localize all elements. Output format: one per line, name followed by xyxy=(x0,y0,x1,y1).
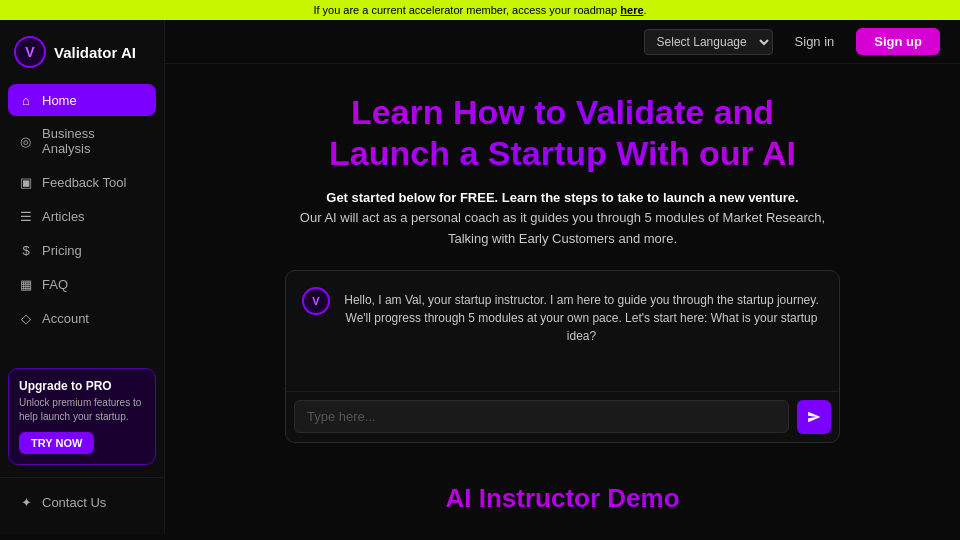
bot-avatar: V xyxy=(302,287,330,315)
upgrade-description: Unlock premium features to help launch y… xyxy=(19,396,145,424)
hero-sub-line2: Our AI will act as a personal coach as i… xyxy=(300,210,825,246)
sidebar-item-faq[interactable]: ▦ FAQ xyxy=(8,268,156,300)
hero-section: Learn How to Validate andLaunch a Startu… xyxy=(165,64,960,463)
footer-teaser: AI Instructor Demo xyxy=(165,463,960,524)
sidebar-item-business-analysis[interactable]: ◎ Business Analysis xyxy=(8,118,156,164)
sidebar-item-articles[interactable]: ☰ Articles xyxy=(8,200,156,232)
upgrade-box: Upgrade to PRO Unlock premium features t… xyxy=(8,368,156,465)
sidebar-item-label: Feedback Tool xyxy=(42,175,126,190)
bot-message: Hello, I am Val, your startup instructor… xyxy=(340,287,823,345)
sidebar-item-label: FAQ xyxy=(42,277,68,292)
analysis-icon: ◎ xyxy=(18,133,34,149)
account-icon: ◇ xyxy=(18,310,34,326)
hero-subtext: Get started below for FREE. Learn the st… xyxy=(283,188,843,250)
sidebar-item-home[interactable]: ⌂ Home xyxy=(8,84,156,116)
chat-input-row xyxy=(286,391,839,442)
banner-text: If you are a current accelerator member,… xyxy=(313,4,620,16)
sidebar-item-label: Pricing xyxy=(42,243,82,258)
sidebar-item-pricing[interactable]: $ Pricing xyxy=(8,234,156,266)
signin-button[interactable]: Sign in xyxy=(783,29,847,54)
chat-message: V Hello, I am Val, your startup instruct… xyxy=(302,287,823,345)
try-now-button[interactable]: TRY NOW xyxy=(19,432,94,454)
feedback-icon: ▣ xyxy=(18,174,34,190)
main-content: Select Language English Spanish French G… xyxy=(165,20,960,534)
header: Select Language English Spanish French G… xyxy=(165,20,960,64)
chat-messages: V Hello, I am Val, your startup instruct… xyxy=(286,271,839,391)
faq-icon: ▦ xyxy=(18,276,34,292)
home-icon: ⌂ xyxy=(18,92,34,108)
sidebar-logo: V Validator AI xyxy=(0,36,164,84)
signup-button[interactable]: Sign up xyxy=(856,28,940,55)
sidebar-nav: ⌂ Home ◎ Business Analysis ▣ Feedback To… xyxy=(0,84,164,360)
sidebar-item-label: Account xyxy=(42,311,89,326)
contact-icon: ✦ xyxy=(18,494,34,510)
banner-link[interactable]: here xyxy=(620,4,643,16)
articles-icon: ☰ xyxy=(18,208,34,224)
hero-sub-line1: Get started below for FREE. Learn the st… xyxy=(326,190,798,205)
send-button[interactable] xyxy=(797,400,831,434)
sidebar-item-feedback-tool[interactable]: ▣ Feedback Tool xyxy=(8,166,156,198)
logo-icon: V xyxy=(14,36,46,68)
sidebar: V Validator AI ⌂ Home ◎ Business Analysi… xyxy=(0,20,165,534)
chat-container: V Hello, I am Val, your startup instruct… xyxy=(285,270,840,443)
sidebar-bottom: ✦ Contact Us xyxy=(0,477,164,518)
send-icon xyxy=(807,410,821,424)
language-select[interactable]: Select Language English Spanish French G… xyxy=(644,29,773,55)
sidebar-item-label: Home xyxy=(42,93,77,108)
logo-text: Validator AI xyxy=(54,44,136,61)
hero-heading: Learn How to Validate andLaunch a Startu… xyxy=(225,92,900,174)
top-banner: If you are a current accelerator member,… xyxy=(0,0,960,20)
sidebar-item-label: Business Analysis xyxy=(42,126,146,156)
footer-heading: AI Instructor Demo xyxy=(165,483,960,514)
sidebar-item-account[interactable]: ◇ Account xyxy=(8,302,156,334)
sidebar-item-label: Articles xyxy=(42,209,85,224)
upgrade-title: Upgrade to PRO xyxy=(19,379,145,393)
sidebar-item-label: Contact Us xyxy=(42,495,106,510)
chat-input[interactable] xyxy=(294,400,789,433)
pricing-icon: $ xyxy=(18,242,34,258)
sidebar-item-contact[interactable]: ✦ Contact Us xyxy=(8,486,156,518)
